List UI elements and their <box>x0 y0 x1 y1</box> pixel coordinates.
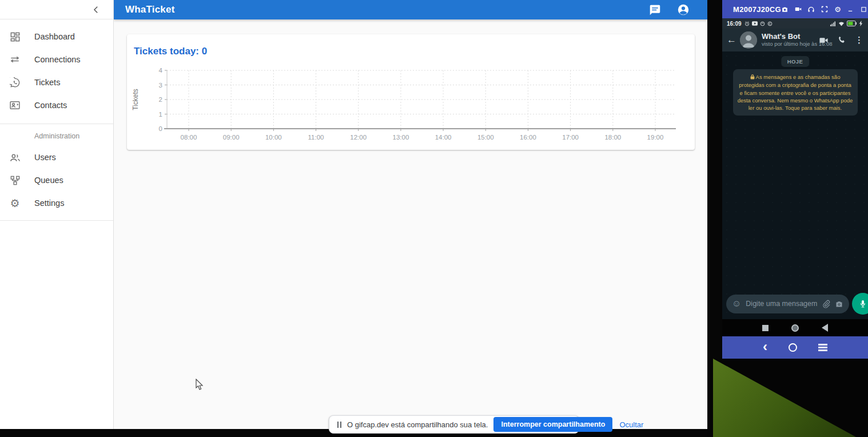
svg-text:19:00: 19:00 <box>647 134 664 141</box>
svg-text:17:00: 17:00 <box>562 134 579 141</box>
sidebar-divider <box>0 220 113 221</box>
pause-icon <box>337 422 341 428</box>
share-message: O gifcap.dev está compartilhando sua tel… <box>347 420 488 429</box>
svg-text:0: 0 <box>159 125 162 132</box>
wallpaper-grass <box>713 359 856 437</box>
phone-window-titlebar[interactable]: M2007J20CG ⚙ <box>722 0 868 18</box>
svg-text:18:00: 18:00 <box>604 134 621 141</box>
voice-call-icon[interactable] <box>837 35 846 45</box>
phone-window-title: M2007J20CG <box>733 5 781 14</box>
back-arrow-icon[interactable]: ← <box>727 34 736 46</box>
account-tree-icon <box>8 173 22 187</box>
screenshot-camera-icon[interactable] <box>781 5 789 13</box>
app-title: WhaTicket <box>125 4 175 15</box>
hide-link[interactable]: Ocultar <box>619 420 643 429</box>
camera-icon[interactable] <box>835 300 843 308</box>
scrcpy-menu-button[interactable] <box>818 344 827 351</box>
collapse-sidebar-button[interactable] <box>89 3 103 17</box>
svg-text:14:00: 14:00 <box>435 134 452 141</box>
scrcpy-back-button[interactable]: ‹ <box>763 340 767 353</box>
android-nav-bar <box>722 319 868 336</box>
desktop: WhaTicket <box>0 0 868 437</box>
contact-card-icon <box>8 98 22 112</box>
app-bar: WhaTicket <box>114 0 707 19</box>
record-video-icon[interactable] <box>794 5 802 13</box>
svg-text:4: 4 <box>159 67 163 74</box>
headphones-icon[interactable] <box>807 5 815 13</box>
sidebar-divider <box>0 124 113 124</box>
tickets-chart-card: Tickets today: 0 4321008:0009:0010:0011:… <box>127 34 695 150</box>
sidebar-item-label: Dashboard <box>34 32 75 41</box>
message-input[interactable]: ☺ Digite uma mensagem <box>726 295 849 313</box>
maximize-window-icon[interactable] <box>860 5 868 13</box>
sidebar-item-users[interactable]: Users <box>0 146 113 169</box>
notification-app-icon <box>767 21 773 26</box>
sidebar-item-connections[interactable]: Connections <box>0 48 113 71</box>
announcements-chat-icon[interactable] <box>648 3 662 17</box>
desktop-wallpaper <box>707 359 868 437</box>
attach-icon[interactable] <box>822 300 830 308</box>
svg-text:09:00: 09:00 <box>223 134 240 141</box>
svg-text:13:00: 13:00 <box>393 134 409 141</box>
alarm-icon <box>744 21 750 26</box>
sidebar-item-label: Tickets <box>34 78 60 87</box>
settings-gear-icon: ⚙ <box>8 196 22 210</box>
svg-text:3: 3 <box>159 82 162 89</box>
emoji-icon[interactable]: ☺ <box>732 299 741 308</box>
signal-icon <box>830 21 836 26</box>
encryption-notice-text: As mensagens e as chamadas são protegida… <box>738 74 853 111</box>
contact-info[interactable]: What's Bot visto por último hoje às 16:0… <box>762 33 819 47</box>
sidebar-item-label: Settings <box>34 198 64 208</box>
tickets-line-chart: 4321008:0009:0010:0011:0012:0013:0014:00… <box>130 63 687 148</box>
dashboard-icon <box>8 30 22 43</box>
svg-text:Tickets: Tickets <box>132 89 140 110</box>
svg-text:1: 1 <box>159 111 162 118</box>
sidebar-header <box>0 0 113 19</box>
video-call-icon[interactable] <box>819 35 829 45</box>
admin-section-header: Administration <box>0 128 113 146</box>
recents-button[interactable] <box>762 325 769 331</box>
sidebar-item-tickets[interactable]: Tickets <box>0 71 113 94</box>
sidebar-item-queues[interactable]: Queues <box>0 169 113 192</box>
settings-gear-icon[interactable]: ⚙ <box>834 5 842 13</box>
mic-button[interactable] <box>852 293 868 315</box>
sync-arrows-icon <box>8 53 22 66</box>
svg-text:2: 2 <box>159 96 162 103</box>
status-time: 16:09 <box>727 21 742 27</box>
message-input-row: ☺ Digite uma mensagem <box>726 293 865 315</box>
more-options-icon[interactable]: ⋮ <box>855 35 863 45</box>
sidebar-item-settings[interactable]: ⚙ Settings <box>0 192 113 214</box>
scrcpy-phone-window: M2007J20CG ⚙ 16:09 <box>722 0 868 359</box>
home-button[interactable] <box>791 324 799 332</box>
youtube-icon <box>752 21 758 26</box>
account-icon[interactable] <box>676 3 690 17</box>
scrcpy-home-button[interactable] <box>789 343 797 352</box>
sidebar-item-label: Queues <box>34 176 63 185</box>
minimize-window-icon[interactable] <box>847 5 855 13</box>
last-seen: visto por último hoje às 16:08 <box>762 41 819 47</box>
svg-text:12:00: 12:00 <box>350 134 367 141</box>
svg-text:08:00: 08:00 <box>181 134 197 141</box>
contact-avatar[interactable] <box>740 31 757 49</box>
sidebar-item-label: Users <box>34 153 56 162</box>
screen-share-bar: O gifcap.dev está compartilhando sua tel… <box>329 415 579 434</box>
sidebar-item-label: Connections <box>34 55 81 64</box>
sidebar-item-dashboard[interactable]: Dashboard <box>0 25 113 48</box>
android-statusbar: 16:09 <box>722 18 868 29</box>
sidebar-item-contacts[interactable]: Contacts <box>0 94 113 117</box>
encryption-notice[interactable]: As mensagens e as chamadas são protegida… <box>733 69 858 116</box>
svg-text:10:00: 10:00 <box>265 134 282 141</box>
whatsapp-header: ← What's Bot visto por último hoje às 16… <box>722 29 868 51</box>
back-button[interactable] <box>822 324 828 332</box>
stop-sharing-button[interactable]: Interromper compartilhamento <box>493 417 612 432</box>
charging-bolt-icon <box>859 21 863 26</box>
wifi-icon <box>838 21 845 26</box>
fullscreen-icon[interactable] <box>821 5 829 13</box>
scrcpy-nav-bar: ‹ <box>722 336 868 359</box>
whaticket-app: WhaTicket <box>0 0 707 429</box>
sidebar: Dashboard Connections Tickets <box>0 0 114 429</box>
svg-text:16:00: 16:00 <box>520 134 536 141</box>
lock-icon <box>750 74 755 81</box>
notification-app-icon <box>760 21 765 26</box>
whatsapp-icon <box>8 76 22 89</box>
